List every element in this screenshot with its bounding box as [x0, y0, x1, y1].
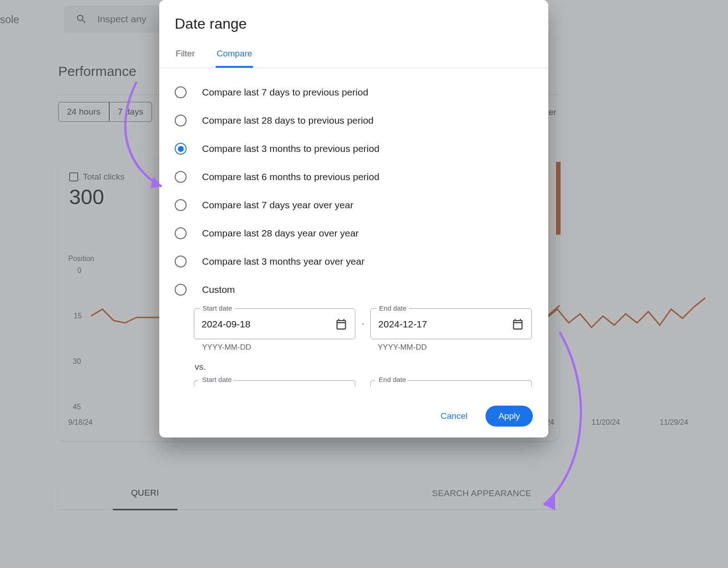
field-legend: Start date: [200, 376, 233, 383]
start-date-value: 2024-09-18: [202, 319, 250, 330]
radio-icon: [175, 86, 187, 98]
option-28-days-prev[interactable]: Compare last 28 days to previous period: [175, 106, 533, 135]
field-legend: Start date: [200, 304, 235, 312]
option-label: Compare last 3 months year over year: [202, 256, 364, 267]
modal-actions: Cancel Apply: [159, 396, 548, 427]
date-separator: -: [361, 320, 365, 328]
option-label: Compare last 28 days year over year: [202, 228, 359, 239]
date-range-modal: Date range Filter Compare Compare last 7…: [159, 0, 548, 437]
option-label: Custom: [202, 284, 235, 295]
option-28-days-yoy[interactable]: Compare last 28 days year over year: [175, 219, 533, 247]
calendar-icon[interactable]: [511, 318, 524, 331]
modal-title: Date range: [159, 0, 548, 42]
option-label: Compare last 6 months to previous period: [202, 171, 379, 182]
radio-icon-selected: [175, 143, 187, 155]
end-date-value: 2024-12-17: [378, 319, 427, 330]
radio-icon: [175, 284, 187, 296]
option-label: Compare last 7 days to previous period: [202, 87, 368, 98]
option-3-months-yoy[interactable]: Compare last 3 months year over year: [175, 247, 533, 276]
custom-date-block: Start date 2024-09-18 - End date 2024-12…: [159, 306, 548, 396]
tab-compare[interactable]: Compare: [216, 42, 253, 68]
format-hint-start: YYYY-MM-DD: [194, 339, 251, 352]
option-label: Compare last 3 months to previous period: [202, 143, 379, 154]
option-7-days-prev[interactable]: Compare last 7 days to previous period: [175, 78, 533, 106]
start-date-field[interactable]: Start date 2024-09-18: [194, 308, 355, 339]
option-label: Compare last 28 days to previous period: [202, 115, 374, 126]
end-date-field-2[interactable]: End date: [370, 380, 532, 396]
radio-icon: [175, 171, 187, 183]
option-custom[interactable]: Custom: [175, 276, 533, 304]
radio-icon: [175, 256, 187, 267]
cancel-button[interactable]: Cancel: [432, 406, 475, 427]
option-6-months-prev[interactable]: Compare last 6 months to previous period: [175, 163, 533, 191]
field-legend: End date: [377, 376, 408, 383]
radio-options: Compare last 7 days to previous period C…: [159, 68, 548, 306]
start-date-field-2[interactable]: Start date: [194, 380, 355, 396]
field-legend: End date: [376, 304, 409, 312]
option-7-days-yoy[interactable]: Compare last 7 days year over year: [175, 191, 533, 219]
radio-icon: [175, 199, 187, 211]
calendar-icon[interactable]: [335, 318, 348, 331]
vs-label: vs.: [194, 352, 533, 380]
end-date-field[interactable]: End date 2024-12-17: [370, 308, 532, 339]
modal-tabs: Filter Compare: [159, 42, 548, 68]
apply-button[interactable]: Apply: [485, 406, 533, 427]
option-3-months-prev[interactable]: Compare last 3 months to previous period: [175, 135, 533, 163]
radio-icon: [175, 227, 187, 239]
tab-filter[interactable]: Filter: [175, 42, 196, 68]
format-hint-end: YYYY-MM-DD: [369, 339, 427, 352]
option-label: Compare last 7 days year over year: [202, 200, 354, 211]
radio-icon: [175, 115, 187, 126]
